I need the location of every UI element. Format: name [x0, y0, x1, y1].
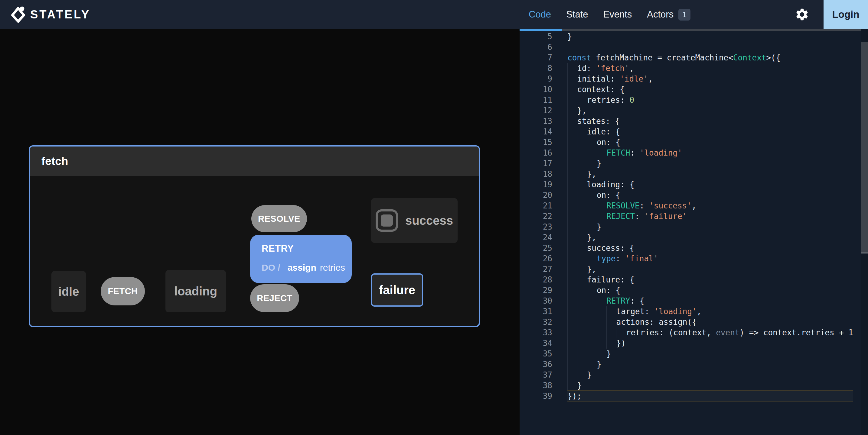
indent-guide — [587, 348, 597, 359]
line-text: RETRY: { — [567, 296, 853, 306]
gear-icon[interactable] — [795, 7, 809, 22]
indent-guide — [587, 201, 597, 211]
state-loading[interactable]: loading — [165, 270, 226, 312]
login-button[interactable]: Login — [824, 0, 868, 29]
line-text: failure: { — [567, 275, 853, 285]
state-success[interactable]: success — [371, 198, 458, 243]
code-line-24[interactable]: 24}, — [520, 232, 861, 243]
indent-guide — [587, 317, 597, 328]
code-line-5[interactable]: 5} — [520, 31, 861, 42]
code-line-9[interactable]: 9initial: 'idle', — [520, 74, 861, 84]
code-line-31[interactable]: 31target: 'loading', — [520, 306, 861, 317]
line-number: 22 — [520, 211, 552, 222]
code-line-30[interactable]: 30RETRY: { — [520, 296, 861, 306]
code-lines: 5}67const fetchMachine = createMachine<C… — [520, 31, 861, 401]
indent-guide — [577, 222, 587, 232]
code-line-17[interactable]: 17} — [520, 158, 861, 169]
line-text: type: 'final' — [567, 254, 853, 264]
event-retry[interactable]: RETRY DO / assign retries — [250, 235, 352, 283]
indent-guide — [577, 243, 587, 254]
code-scrollbar-track[interactable] — [861, 29, 868, 435]
code-line-14[interactable]: 14idle: { — [520, 127, 861, 137]
line-text: } — [567, 370, 853, 380]
indent-guide — [597, 338, 607, 348]
event-resolve[interactable]: RESOLVE — [251, 205, 307, 232]
indent-guide — [577, 232, 587, 243]
code-line-12[interactable]: 12}, — [520, 105, 861, 116]
diagram-canvas[interactable]: fetch idle FETCH loading RESOLVE success… — [0, 29, 520, 435]
indent-guide — [597, 317, 607, 328]
line-text: actions: assign({ — [567, 317, 853, 328]
indent-guide — [577, 95, 587, 105]
tab-events-label: Events — [603, 9, 632, 20]
line-text: }, — [567, 264, 853, 275]
tab-indicator-active — [520, 29, 562, 31]
tab-state[interactable]: State — [566, 9, 588, 20]
line-text: loading: { — [567, 179, 853, 190]
code-line-29[interactable]: 29on: { — [520, 285, 861, 296]
indent-guide — [607, 338, 616, 348]
state-failure[interactable]: failure — [371, 273, 423, 307]
code-line-18[interactable]: 18}, — [520, 169, 861, 179]
code-line-33[interactable]: 33retries: (context, event) => context.r… — [520, 328, 861, 338]
code-line-20[interactable]: 20on: { — [520, 190, 861, 201]
code-line-35[interactable]: 35} — [520, 348, 861, 359]
indent-guide — [577, 158, 587, 169]
code-panel[interactable]: 5}67const fetchMachine = createMachine<C… — [520, 29, 868, 435]
retry-action-arg: retries — [320, 263, 345, 273]
indent-guide — [567, 275, 577, 285]
code-line-8[interactable]: 8id: 'fetch', — [520, 63, 861, 74]
line-text: } — [567, 31, 853, 42]
event-reject[interactable]: REJECT — [250, 284, 299, 312]
code-line-39[interactable]: 39}); — [520, 391, 861, 401]
line-number: 38 — [520, 380, 552, 391]
code-line-34[interactable]: 34}) — [520, 338, 861, 348]
tab-code-label: Code — [529, 9, 551, 20]
code-line-15[interactable]: 15on: { — [520, 137, 861, 148]
stately-logo-icon — [11, 6, 25, 23]
tab-code[interactable]: Code — [529, 9, 551, 20]
indent-guide — [567, 370, 577, 380]
code-line-7[interactable]: 7const fetchMachine = createMachine<Cont… — [520, 53, 861, 63]
code-scrollbar-thumb[interactable] — [861, 42, 868, 254]
indent-guide — [587, 137, 597, 148]
indent-guide — [567, 116, 577, 127]
code-line-11[interactable]: 11retries: 0 — [520, 95, 861, 105]
machine-header[interactable]: fetch — [30, 146, 479, 176]
code-line-25[interactable]: 25success: { — [520, 243, 861, 254]
code-line-10[interactable]: 10context: { — [520, 84, 861, 95]
code-line-22[interactable]: 22REJECT: 'failure' — [520, 211, 861, 222]
line-text: }, — [567, 169, 853, 179]
line-number: 32 — [520, 317, 552, 328]
indent-guide — [607, 306, 616, 317]
code-line-6[interactable]: 6 — [520, 42, 861, 53]
code-line-21[interactable]: 21RESOLVE: 'success', — [520, 201, 861, 211]
line-number: 34 — [520, 338, 552, 348]
indent-guide — [567, 211, 577, 222]
code-line-32[interactable]: 32actions: assign({ — [520, 317, 861, 328]
indent-guide — [567, 243, 577, 254]
tab-actors-label: Actors — [647, 9, 674, 20]
event-fetch[interactable]: FETCH — [101, 277, 145, 305]
code-line-23[interactable]: 23} — [520, 222, 861, 232]
code-line-13[interactable]: 13states: { — [520, 116, 861, 127]
line-text: states: { — [567, 116, 853, 127]
indent-guide — [577, 190, 587, 201]
code-line-38[interactable]: 38} — [520, 380, 861, 391]
code-line-28[interactable]: 28failure: { — [520, 275, 861, 285]
tab-events[interactable]: Events — [603, 9, 632, 20]
code-line-37[interactable]: 37} — [520, 370, 861, 380]
actors-count-badge: 1 — [678, 9, 690, 21]
indent-guide — [567, 232, 577, 243]
code-line-26[interactable]: 26type: 'final' — [520, 254, 861, 264]
code-line-36[interactable]: 36} — [520, 359, 861, 370]
code-line-27[interactable]: 27}, — [520, 264, 861, 275]
line-text: idle: { — [567, 127, 853, 137]
stately-logo[interactable]: STATELY — [11, 0, 90, 29]
tab-actors[interactable]: Actors 1 — [647, 9, 690, 21]
indent-guide — [597, 201, 607, 211]
code-line-19[interactable]: 19loading: { — [520, 179, 861, 190]
code-line-16[interactable]: 16FETCH: 'loading' — [520, 148, 861, 158]
indent-guide — [577, 359, 587, 370]
state-idle[interactable]: idle — [52, 271, 86, 312]
